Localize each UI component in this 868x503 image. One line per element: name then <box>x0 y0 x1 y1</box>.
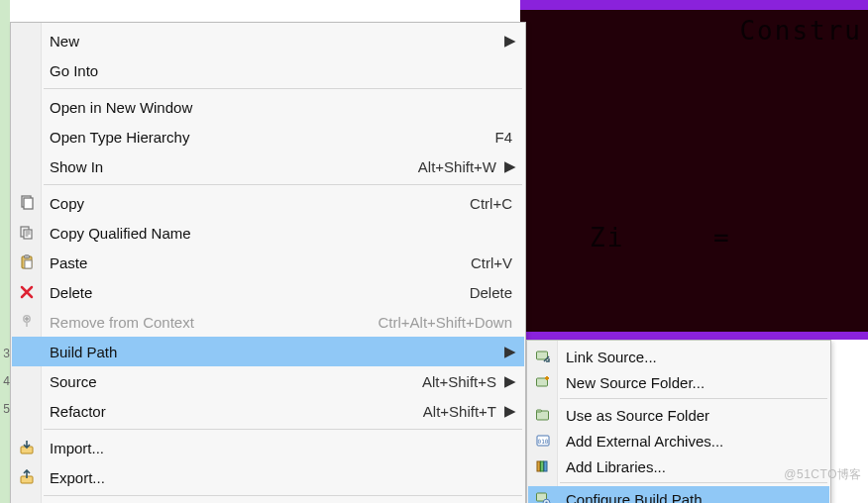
menu-label: Remove from Context <box>50 314 363 331</box>
menu-separator <box>560 398 827 399</box>
menu-item-use-as-source-folder[interactable]: Use as Source Folder <box>528 402 829 428</box>
gutter-number: 4 <box>0 374 10 388</box>
menu-item-remove-from-context: Remove from Context Ctrl+Alt+Shift+Down <box>12 307 524 337</box>
menu-label: Open Type Hierarchy <box>50 129 479 146</box>
menu-separator <box>44 429 522 430</box>
build-path-submenu: Link Source... New Source Folder... Use … <box>526 340 831 503</box>
svg-text:010: 010 <box>538 438 549 445</box>
menu-separator <box>44 88 522 89</box>
menu-label: New Source Folder... <box>566 374 817 391</box>
svg-rect-1 <box>24 198 33 209</box>
menu-item-open-new-window[interactable]: Open in New Window <box>12 92 524 122</box>
menu-item-show-in[interactable]: Show In Alt+Shift+W ▶ <box>12 151 524 181</box>
delete-icon <box>18 283 36 301</box>
menu-item-import[interactable]: Import... <box>12 433 524 462</box>
project-context-menu: New ▶ Go Into Open in New Window Open Ty… <box>10 22 526 503</box>
submenu-arrow-icon: ▶ <box>504 157 512 175</box>
svg-rect-18 <box>541 461 544 471</box>
menu-item-link-source[interactable]: Link Source... <box>528 344 829 369</box>
menu-item-new-source-folder[interactable]: New Source Folder... <box>528 369 829 395</box>
menu-item-open-type-hierarchy[interactable]: Open Type Hierarchy F4 <box>12 122 524 151</box>
submenu-arrow-icon: ▶ <box>504 32 512 50</box>
menu-accel: Alt+Shift+W <box>418 158 496 175</box>
menu-label: New <box>50 33 496 50</box>
svg-point-8 <box>26 318 29 321</box>
menu-accel: Delete <box>470 284 512 301</box>
menu-label: Add Libraries... <box>566 458 817 475</box>
menu-label: Copy <box>50 195 454 212</box>
gutter-number: 5 <box>0 402 10 416</box>
menu-label: Show In <box>50 158 402 175</box>
import-icon <box>18 439 36 456</box>
archive-icon: 010 <box>534 432 552 450</box>
menu-item-delete[interactable]: Delete Delete <box>12 277 524 307</box>
menu-accel: F4 <box>494 129 512 146</box>
menu-accel: Alt+Shift+S <box>422 373 496 390</box>
menu-label: Add External Archives... <box>566 433 817 450</box>
menu-separator <box>44 184 522 185</box>
configure-build-path-icon <box>534 490 552 503</box>
menu-item-refactor[interactable]: Refactor Alt+Shift+T ▶ <box>12 396 524 426</box>
menu-label: Copy Qualified Name <box>50 225 512 242</box>
menu-accel: Alt+Shift+T <box>423 403 496 420</box>
gutter-number: 3 <box>0 347 10 360</box>
obscured-editor-panel: Constru Zi = <box>520 0 868 340</box>
copy-icon <box>18 194 36 212</box>
svg-rect-5 <box>25 255 30 258</box>
menu-item-paste[interactable]: Paste Ctrl+V <box>12 248 524 277</box>
library-icon <box>534 457 552 475</box>
svg-rect-12 <box>537 378 548 386</box>
menu-item-export[interactable]: Export... <box>12 462 524 492</box>
submenu-arrow-icon: ▶ <box>504 343 512 360</box>
svg-rect-11 <box>537 352 548 359</box>
menu-item-copy[interactable]: Copy Ctrl+C <box>12 188 524 218</box>
menu-item-build-path[interactable]: Build Path ▶ <box>12 337 524 366</box>
menu-accel: Ctrl+C <box>470 195 512 212</box>
menu-item-add-libraries[interactable]: Add Libraries... <box>528 453 829 479</box>
menu-item-configure-build-path[interactable]: Configure Build Path... <box>528 486 829 503</box>
menu-label: Paste <box>50 254 455 271</box>
source-folder-icon <box>534 406 552 424</box>
menu-item-copy-qualified-name[interactable]: Copy Qualified Name <box>12 218 524 248</box>
svg-rect-14 <box>537 410 542 412</box>
menu-label: Delete <box>50 284 454 301</box>
menu-item-source[interactable]: Source Alt+Shift+S ▶ <box>12 366 524 396</box>
menu-item-add-external-archives[interactable]: 010 Add External Archives... <box>528 428 829 453</box>
obscured-text: Constru <box>739 16 862 46</box>
menu-label: Link Source... <box>566 349 817 365</box>
menu-label: Go Into <box>50 62 512 79</box>
menu-label: Configure Build Path... <box>566 491 817 504</box>
menu-item-new[interactable]: New ▶ <box>12 26 524 55</box>
menu-separator <box>44 495 522 496</box>
editor-gutter: 3 4 5 <box>0 0 10 503</box>
copy-qualified-icon <box>18 224 36 242</box>
menu-label: Build Path <box>50 344 496 360</box>
link-source-icon <box>534 348 552 365</box>
obscured-text: = <box>713 223 731 252</box>
menu-label: Open in New Window <box>50 99 512 116</box>
remove-context-icon <box>18 313 36 331</box>
menu-label: Use as Source Folder <box>566 407 817 424</box>
submenu-arrow-icon: ▶ <box>504 402 512 420</box>
menu-item-go-into[interactable]: Go Into <box>12 55 524 85</box>
export-icon <box>18 468 36 486</box>
menu-accel: Ctrl+Alt+Shift+Down <box>379 314 512 331</box>
paste-icon <box>18 253 36 271</box>
svg-rect-19 <box>544 461 547 471</box>
svg-rect-6 <box>25 260 32 268</box>
menu-separator <box>560 482 827 483</box>
svg-rect-17 <box>537 461 540 471</box>
menu-accel: Ctrl+V <box>471 254 512 271</box>
new-source-folder-icon <box>534 373 552 391</box>
menu-label: Export... <box>50 469 512 486</box>
obscured-text: Zi <box>590 223 624 252</box>
menu-label: Refactor <box>50 403 407 420</box>
menu-label: Import... <box>50 440 512 456</box>
menu-label: Source <box>50 373 406 390</box>
submenu-arrow-icon: ▶ <box>504 372 512 390</box>
